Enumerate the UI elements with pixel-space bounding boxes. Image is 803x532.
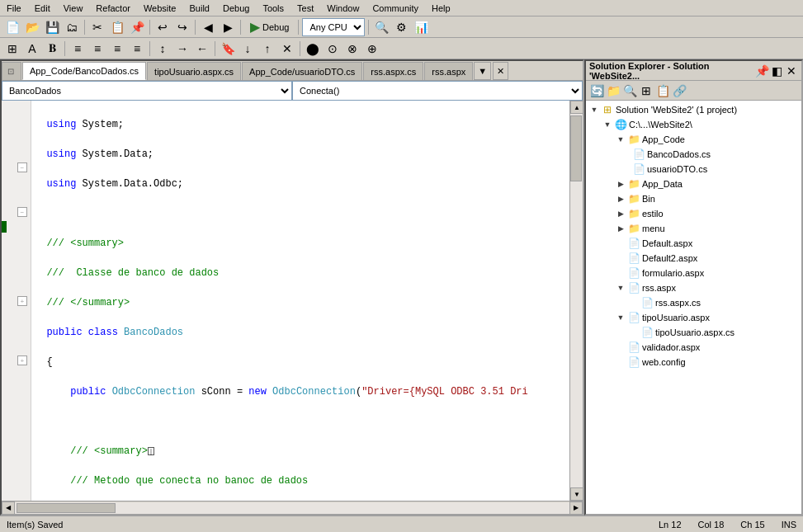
tree-bancodados[interactable]: 📄 BancoDados.cs xyxy=(588,147,800,162)
tb2-btn12[interactable]: ↓ xyxy=(239,40,257,58)
se-tb5[interactable]: 📋 xyxy=(655,83,670,98)
margin-collapse-1[interactable]: − xyxy=(2,160,31,175)
tb2-btn14[interactable]: ✕ xyxy=(278,40,296,58)
se-pin-btn[interactable]: 📌 xyxy=(755,64,768,78)
menu-window[interactable]: Window xyxy=(320,2,366,15)
tree-solution[interactable]: ▼ ⊞ Solution 'WebSite2' (1 project) xyxy=(588,102,800,117)
scroll-thumb[interactable] xyxy=(570,115,582,181)
tree-tipousuario[interactable]: ▼ 📄 tipoUsuario.aspx xyxy=(588,310,800,325)
tb2-btn9[interactable]: → xyxy=(173,40,191,58)
menu-tools[interactable]: Tools xyxy=(256,2,290,15)
tb2-btn2[interactable]: A xyxy=(23,40,41,58)
menu-expand[interactable]: ▶ xyxy=(614,222,627,235)
tb2-btn3[interactable]: 𝐁 xyxy=(43,40,61,58)
cut-btn[interactable]: ✂ xyxy=(88,18,106,36)
menu-refactor[interactable]: Refactor xyxy=(89,2,137,15)
tree-bin[interactable]: ▶ 📁 Bin xyxy=(588,191,800,206)
tb2-bp3[interactable]: ⊗ xyxy=(343,40,361,58)
se-tb4[interactable]: ⊞ xyxy=(639,83,654,98)
bin-expand[interactable]: ▶ xyxy=(614,192,627,205)
scroll-up-btn[interactable]: ▲ xyxy=(570,101,583,114)
tb2-bp4[interactable]: ⊕ xyxy=(363,40,381,58)
new-project-btn[interactable]: 📄 xyxy=(3,18,21,36)
tb2-btn10[interactable]: ← xyxy=(193,40,211,58)
se-tb6[interactable]: 🔗 xyxy=(672,83,687,98)
tree-rss[interactable]: ▼ 📄 rss.aspx xyxy=(588,280,800,295)
back-btn[interactable]: ◀ xyxy=(199,18,217,36)
menu-build[interactable]: Build xyxy=(182,2,215,15)
solution-expand[interactable]: ▼ xyxy=(588,103,601,116)
tb2-bp2[interactable]: ⊙ xyxy=(324,40,342,58)
save-all-btn[interactable]: 🗂 xyxy=(63,18,81,36)
se-tb1[interactable]: 🔄 xyxy=(589,83,604,98)
tree-validador[interactable]: 📄 validador.aspx xyxy=(588,340,800,355)
tree-default[interactable]: 📄 Default.aspx xyxy=(588,236,800,251)
menu-community[interactable]: Community xyxy=(366,2,425,15)
se-undock-btn[interactable]: ◧ xyxy=(770,64,783,78)
scroll-track[interactable] xyxy=(570,114,583,487)
margin-collapse-4[interactable]: + xyxy=(2,353,31,368)
hscroll-right-btn[interactable]: ▶ xyxy=(569,501,583,515)
tree-project[interactable]: ▼ 🌐 C:\...\WebSite2\ xyxy=(588,117,800,132)
hscroll-left-btn[interactable]: ◀ xyxy=(2,501,15,515)
open-btn[interactable]: 📂 xyxy=(23,18,41,36)
rss-expand[interactable]: ▼ xyxy=(614,281,627,294)
tree-default2[interactable]: 📄 Default2.aspx xyxy=(588,251,800,266)
scroll-down-btn[interactable]: ▼ xyxy=(570,487,583,501)
tb2-btn8[interactable]: ↕ xyxy=(154,40,172,58)
menu-view[interactable]: View xyxy=(57,2,90,15)
hscroll-track[interactable] xyxy=(15,502,569,514)
appcode-expand[interactable]: ▼ xyxy=(614,133,627,146)
tipousuario-expand[interactable]: ▼ xyxy=(614,311,627,324)
menu-test[interactable]: Test xyxy=(290,2,320,15)
paste-btn[interactable]: 📌 xyxy=(128,18,146,36)
find-btn[interactable]: 🔍 xyxy=(372,18,390,36)
se-tb3[interactable]: 🔍 xyxy=(622,83,637,98)
tb2-btn4[interactable]: ≡ xyxy=(68,40,87,58)
collapse-btn-2[interactable]: − xyxy=(17,207,27,217)
tree-estilo[interactable]: ▶ 📁 estilo xyxy=(588,206,800,221)
redo-btn[interactable]: ↪ xyxy=(173,18,191,36)
collapse-btn-1[interactable]: − xyxy=(17,162,27,172)
tree-rsscs[interactable]: 📄 rss.aspx.cs xyxy=(588,295,800,310)
tree-usuariodto[interactable]: 📄 usuarioDTO.cs xyxy=(588,162,800,177)
tree-menu[interactable]: ▶ 📁 menu xyxy=(588,221,800,236)
cpu-select[interactable]: Any CPU xyxy=(302,18,365,36)
collapse-btn-3[interactable]: + xyxy=(17,296,27,306)
tree-formulario[interactable]: 📄 formulario.aspx xyxy=(588,266,800,280)
tb2-btn13[interactable]: ↑ xyxy=(258,40,276,58)
forward-btn[interactable]: ▶ xyxy=(219,18,237,36)
class-nav[interactable]: BancoDados xyxy=(2,81,292,101)
menu-debug[interactable]: Debug xyxy=(216,2,256,15)
tab-close[interactable]: ✕ xyxy=(493,62,508,80)
margin-collapse-2[interactable]: − xyxy=(2,205,31,219)
appdata-expand[interactable]: ▶ xyxy=(614,177,627,191)
tree-tipousuariocs[interactable]: 📄 tipoUsuario.aspx.cs xyxy=(588,325,800,340)
tree-appcode[interactable]: ▼ 📁 App_Code xyxy=(588,132,800,147)
project-expand[interactable]: ▼ xyxy=(601,118,614,131)
copy-btn[interactable]: 📋 xyxy=(108,18,126,36)
tab-1[interactable]: tipoUsuario.aspx.cs xyxy=(147,62,241,80)
tb2-btn5[interactable]: ≡ xyxy=(88,40,106,58)
tb2-btn6[interactable]: ≡ xyxy=(108,40,126,58)
se-tb2[interactable]: 📁 xyxy=(606,83,621,98)
tb2-bp1[interactable]: ⬤ xyxy=(304,40,322,58)
code-editor[interactable]: using System; using System.Data; using S… xyxy=(31,101,569,501)
tab-3[interactable]: rss.aspx.cs xyxy=(363,62,423,80)
tab-2[interactable]: App_Code/usuarioDTO.cs xyxy=(242,62,362,80)
menu-edit[interactable]: Edit xyxy=(28,2,57,15)
tb2-btn1[interactable]: ⊞ xyxy=(3,40,21,58)
tb2-btn7[interactable]: ≡ xyxy=(128,40,146,58)
menu-file[interactable]: File xyxy=(0,2,28,15)
menu-help[interactable]: Help xyxy=(425,2,457,15)
estilo-expand[interactable]: ▶ xyxy=(614,207,627,220)
tree-webconfig[interactable]: 📄 web.config xyxy=(588,355,800,370)
tree-appdata[interactable]: ▶ 📁 App_Data xyxy=(588,177,800,191)
tb-extra1[interactable]: ⚙ xyxy=(392,18,410,36)
tb-extra2[interactable]: 📊 xyxy=(412,18,430,36)
save-btn[interactable]: 💾 xyxy=(43,18,61,36)
tab-4[interactable]: rss.aspx xyxy=(424,62,473,80)
method-nav[interactable]: Conecta() xyxy=(292,81,583,101)
tab-0[interactable]: App_Code/BancoDados.cs xyxy=(22,62,146,80)
margin-collapse-3[interactable]: + xyxy=(2,294,31,308)
